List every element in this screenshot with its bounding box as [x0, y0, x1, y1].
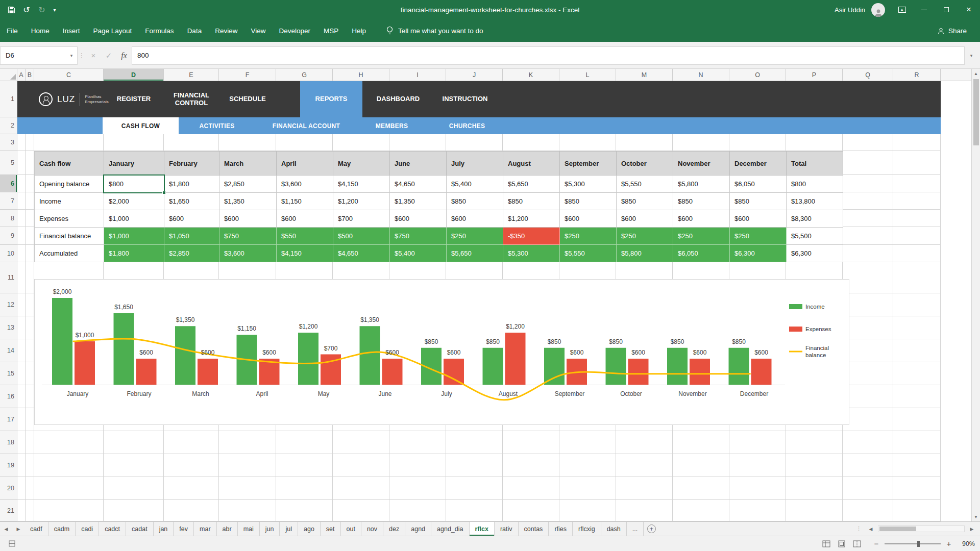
- column-header-L[interactable]: L: [559, 69, 616, 81]
- scroll-down-icon[interactable]: ▼: [972, 512, 980, 521]
- horizontal-scroll-thumb[interactable]: [879, 527, 916, 531]
- hscroll-right-icon[interactable]: ▶: [966, 527, 978, 532]
- value-cell[interactable]: $1,350: [219, 193, 277, 210]
- restore-button[interactable]: [935, 0, 958, 19]
- row-header-10[interactable]: 10: [0, 245, 17, 262]
- value-cell[interactable]: $6,050: [673, 245, 730, 262]
- scroll-up-icon[interactable]: ▲: [972, 69, 980, 78]
- sheet-tab-dez[interactable]: dez: [383, 522, 405, 536]
- ribbon-tab-msp[interactable]: MSP: [317, 19, 345, 42]
- sheet-tab-cadat[interactable]: cadat: [126, 522, 154, 536]
- value-cell[interactable]: $600: [164, 210, 219, 228]
- value-cell[interactable]: $500: [333, 228, 390, 245]
- sheet-tab-rfies[interactable]: rfies: [549, 522, 573, 536]
- value-cell[interactable]: $2,850: [219, 176, 277, 193]
- ribbon-tab-data[interactable]: Data: [181, 19, 209, 42]
- value-cell[interactable]: $850: [447, 193, 503, 210]
- sheet-tab-cadi[interactable]: cadi: [76, 522, 99, 536]
- column-header-P[interactable]: P: [786, 69, 843, 81]
- subnav-tab-activities[interactable]: ACTIVITIES: [179, 117, 255, 134]
- sheet-tab-cadf[interactable]: cadf: [24, 522, 48, 536]
- cashflow-chart[interactable]: $2,000$1,000January$1,650$600February$1,…: [34, 279, 849, 425]
- column-header-A[interactable]: A: [17, 69, 26, 81]
- ribbon-tab-insert[interactable]: Insert: [56, 19, 87, 42]
- sheet-tab-dash[interactable]: dash: [601, 522, 627, 536]
- sheet-tab-mai[interactable]: mai: [238, 522, 260, 536]
- column-header-O[interactable]: O: [729, 69, 786, 81]
- sheet-tab-rflcxig[interactable]: rflcxig: [573, 522, 601, 536]
- value-cell[interactable]: $600: [730, 210, 787, 228]
- row-header-21[interactable]: 21: [0, 500, 17, 521]
- value-cell[interactable]: -$350: [503, 228, 560, 245]
- account-user-name[interactable]: Asir Uddin: [835, 6, 865, 14]
- value-cell[interactable]: $1,800: [104, 245, 164, 262]
- value-cell[interactable]: $3,600: [219, 245, 277, 262]
- ribbon-tab-page-layout[interactable]: Page Layout: [87, 19, 139, 42]
- value-cell[interactable]: $6,050: [730, 176, 787, 193]
- sheet-tab-ago[interactable]: ago: [298, 522, 321, 536]
- zoom-in-icon[interactable]: +: [945, 539, 952, 548]
- value-cell[interactable]: $850: [503, 193, 560, 210]
- value-cell[interactable]: $250: [673, 228, 730, 245]
- view-normal-button[interactable]: [820, 538, 833, 549]
- value-cell[interactable]: $1,200: [333, 193, 390, 210]
- sheet-tab-set[interactable]: set: [321, 522, 341, 536]
- row-header-16[interactable]: 16: [0, 385, 17, 408]
- row-header-13[interactable]: 13: [0, 316, 17, 339]
- row-header-8[interactable]: 8: [0, 210, 17, 227]
- sheet-nav-right-icon[interactable]: ▶: [12, 522, 24, 536]
- total-cell[interactable]: $6,300: [787, 245, 843, 262]
- vertical-scroll-thumb[interactable]: [973, 79, 979, 145]
- sheet-tab-nov[interactable]: nov: [361, 522, 383, 536]
- ribbon-tab-formulas[interactable]: Formulas: [138, 19, 180, 42]
- subnav-tab-members[interactable]: MEMBERS: [357, 117, 426, 134]
- value-cell[interactable]: $850: [617, 193, 673, 210]
- value-cell[interactable]: $4,650: [390, 176, 447, 193]
- column-header-Q[interactable]: Q: [843, 69, 893, 81]
- value-cell[interactable]: $750: [219, 228, 277, 245]
- value-cell[interactable]: $1,200: [503, 210, 560, 228]
- value-cell[interactable]: $1,150: [277, 193, 333, 210]
- ribbon-tab-review[interactable]: Review: [208, 19, 244, 42]
- grid-area[interactable]: LUZ Planilhas Empresariais REGISTERFINAN…: [17, 81, 971, 521]
- fill-handle[interactable]: [162, 191, 166, 194]
- row-header-9[interactable]: 9: [0, 227, 17, 245]
- column-header-N[interactable]: N: [673, 69, 729, 81]
- value-cell[interactable]: $5,300: [503, 245, 560, 262]
- value-cell[interactable]: $5,800: [617, 245, 673, 262]
- column-header-R[interactable]: R: [893, 69, 941, 81]
- row-header-15[interactable]: 15: [0, 362, 17, 385]
- value-cell[interactable]: $1,000: [104, 210, 164, 228]
- row-label-cell[interactable]: Accumulated: [35, 245, 104, 262]
- row-header-12[interactable]: 12: [0, 293, 17, 316]
- sheet-tab-jun[interactable]: jun: [260, 522, 280, 536]
- value-cell[interactable]: $850: [560, 193, 617, 210]
- row-header-1[interactable]: 1: [0, 81, 17, 117]
- value-cell[interactable]: $5,650: [503, 176, 560, 193]
- minimize-button[interactable]: [913, 0, 935, 19]
- nav-tab-dashboard[interactable]: DASHBOARD: [366, 81, 430, 117]
- sheet-tab-overflow[interactable]: ...: [627, 522, 644, 536]
- value-cell[interactable]: $5,550: [617, 176, 673, 193]
- sheet-tab-abr[interactable]: abr: [217, 522, 238, 536]
- row-header-7[interactable]: 7: [0, 192, 17, 210]
- sheet-tab-cadct[interactable]: cadct: [99, 522, 126, 536]
- row-header-14[interactable]: 14: [0, 339, 17, 362]
- macro-record-button[interactable]: [5, 538, 18, 549]
- sheet-nav-left-icon[interactable]: ◀: [0, 522, 12, 536]
- zoom-out-icon[interactable]: −: [873, 539, 880, 548]
- column-header-B[interactable]: B: [26, 69, 34, 81]
- ribbon-tab-developer[interactable]: Developer: [272, 19, 317, 42]
- value-cell[interactable]: $5,400: [447, 176, 503, 193]
- column-header-I[interactable]: I: [389, 69, 446, 81]
- subnav-tab-cash-flow[interactable]: CASH FLOW: [103, 117, 179, 134]
- sheet-tab-cadm[interactable]: cadm: [48, 522, 76, 536]
- subnav-tab-financial-account[interactable]: FINANCIAL ACCOUNT: [255, 117, 357, 134]
- column-header-G[interactable]: G: [276, 69, 333, 81]
- value-cell[interactable]: $850: [673, 193, 730, 210]
- expand-formula-bar-icon[interactable]: ▾: [965, 53, 978, 58]
- row-header-11[interactable]: 11: [0, 262, 17, 293]
- zoom-slider-thumb[interactable]: [917, 541, 920, 547]
- row-label-cell[interactable]: Expenses: [35, 210, 104, 228]
- formula-input[interactable]: 800: [132, 46, 965, 65]
